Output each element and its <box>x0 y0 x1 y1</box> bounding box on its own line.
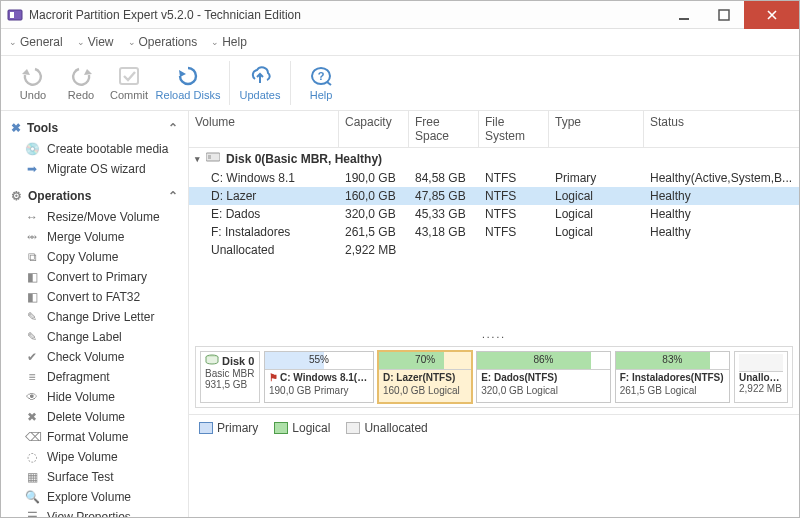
sidebar-item-label: Convert to FAT32 <box>47 290 140 304</box>
title-bar: Macrorit Partition Expert v5.2.0 - Techn… <box>1 1 799 29</box>
sidebar-op-item[interactable]: ✖Delete Volume <box>7 407 182 427</box>
sidebar-op-item[interactable]: ◌Wipe Volume <box>7 447 182 467</box>
cell-status: Healthy <box>644 205 799 223</box>
sidebar-op-item[interactable]: ↔Resize/Move Volume <box>7 207 182 227</box>
sidebar-op-item[interactable]: ⧉Copy Volume <box>7 247 182 267</box>
cell-capacity: 320,0 GB <box>339 205 409 223</box>
op-icon: ✎ <box>25 310 39 324</box>
disk-row[interactable]: ▾ Disk 0(Basic MBR, Healthy) <box>189 148 799 169</box>
diskmap-unallocated[interactable]: Unalloca... 2,922 MB <box>734 351 788 403</box>
sidebar-op-item[interactable]: 👁Hide Volume <box>7 387 182 407</box>
chevron-down-icon: ⌄ <box>128 37 136 47</box>
volume-row[interactable]: C: Windows 8.1190,0 GB84,58 GBNTFSPrimar… <box>189 169 799 187</box>
sidebar-op-item[interactable]: ≡Defragment <box>7 367 182 387</box>
menu-operations[interactable]: ⌄Operations <box>128 35 198 49</box>
partition-sub: 261,5 GB Logical <box>620 385 725 398</box>
cell-status: Healthy <box>644 187 799 205</box>
redo-button[interactable]: Redo <box>57 65 105 101</box>
col-capacity[interactable]: Capacity <box>339 111 409 147</box>
menu-help[interactable]: ⌄Help <box>211 35 247 49</box>
chevron-up-icon: ⌃ <box>168 189 178 203</box>
partition-name: ⚑C: Windows 8.1(N... <box>269 372 369 385</box>
volume-row[interactable]: E: Dados320,0 GB45,33 GBNTFSLogicalHealt… <box>189 205 799 223</box>
svg-rect-8 <box>208 155 211 159</box>
flag-icon: ⚑ <box>269 372 278 383</box>
cell-type: Logical <box>549 205 644 223</box>
sidebar-op-item[interactable]: ⌫Format Volume <box>7 427 182 447</box>
op-icon: ✎ <box>25 330 39 344</box>
sidebar-item-label: Explore Volume <box>47 490 131 504</box>
close-button[interactable] <box>744 1 799 29</box>
sidebar-op-item[interactable]: ◧Convert to Primary <box>7 267 182 287</box>
app-window: Macrorit Partition Expert v5.2.0 - Techn… <box>0 0 800 518</box>
reload-icon <box>176 65 200 87</box>
sidebar-op-item[interactable]: 🔍Explore Volume <box>7 487 182 507</box>
volume-row[interactable]: D: Lazer160,0 GB47,85 GBNTFSLogicalHealt… <box>189 187 799 205</box>
sidebar-item-label: Hide Volume <box>47 390 115 404</box>
sidebar-tool-item[interactable]: ➡Migrate OS wizard <box>7 159 182 179</box>
sidebar-op-item[interactable]: ☰View Properties <box>7 507 182 517</box>
sidebar-op-item[interactable]: ✎Change Label <box>7 327 182 347</box>
svg-rect-3 <box>719 10 729 20</box>
sidebar-op-item[interactable]: ✎Change Drive Letter <box>7 307 182 327</box>
col-freespace[interactable]: Free Space <box>409 111 479 147</box>
sidebar-item-label: Defragment <box>47 370 110 384</box>
op-icon: ⧉ <box>25 250 39 264</box>
diskmap-partition[interactable]: 55%⚑C: Windows 8.1(N...190,0 GB Primary <box>264 351 374 403</box>
menu-general[interactable]: ⌄General <box>9 35 63 49</box>
sidebar-op-item[interactable]: ◧Convert to FAT32 <box>7 287 182 307</box>
volume-row[interactable]: F: Instaladores261,5 GB43,18 GBNTFSLogic… <box>189 223 799 241</box>
partition-name: D: Lazer(NTFS) <box>383 372 467 385</box>
sidebar-item-label: Change Drive Letter <box>47 310 154 324</box>
op-icon: ✖ <box>25 410 39 424</box>
svg-rect-2 <box>679 18 689 20</box>
sidebar-tool-item[interactable]: 💿Create bootable media <box>7 139 182 159</box>
operations-section[interactable]: ⚙ Operations ⌃ <box>7 185 182 207</box>
sidebar-op-item[interactable]: ▦Surface Test <box>7 467 182 487</box>
cell-status: Healthy <box>644 223 799 241</box>
col-status[interactable]: Status <box>644 111 799 147</box>
col-volume[interactable]: Volume <box>189 111 339 147</box>
sidebar-item-label: Delete Volume <box>47 410 125 424</box>
sidebar-op-item[interactable]: ⥈Merge Volume <box>7 227 182 247</box>
reload-disks-button[interactable]: Reload Disks <box>153 65 223 101</box>
cell-free: 45,33 GB <box>409 205 479 223</box>
maximize-button[interactable] <box>704 1 744 29</box>
op-icon: 🔍 <box>25 490 39 504</box>
help-button[interactable]: ? Help <box>297 65 345 101</box>
cell-fs <box>479 241 549 259</box>
op-icon: ⌫ <box>25 430 39 444</box>
disk-icon <box>205 354 219 368</box>
diskmap-partition[interactable]: 86%E: Dados(NTFS)320,0 GB Logical <box>476 351 611 403</box>
diskmap-disk[interactable]: Disk 0 Basic MBR 931,5 GB <box>200 351 260 403</box>
col-type[interactable]: Type <box>549 111 644 147</box>
minimize-button[interactable] <box>664 1 704 29</box>
legend-primary: Primary <box>199 421 258 435</box>
updates-button[interactable]: Updates <box>236 65 284 101</box>
col-filesystem[interactable]: File System <box>479 111 549 147</box>
undo-icon <box>21 65 45 87</box>
svg-rect-4 <box>120 68 138 84</box>
diskmap-partition[interactable]: 83%F: Instaladores(NTFS)261,5 GB Logical <box>615 351 730 403</box>
cell-free: 47,85 GB <box>409 187 479 205</box>
diskmap-partition[interactable]: 70%D: Lazer(NTFS)160,0 GB Logical <box>378 351 472 403</box>
cloud-upload-icon <box>248 65 272 87</box>
undo-button[interactable]: Undo <box>9 65 57 101</box>
content: Volume Capacity Free Space File System T… <box>189 111 799 517</box>
sidebar-op-item[interactable]: ✔Check Volume <box>7 347 182 367</box>
menu-view[interactable]: ⌄View <box>77 35 114 49</box>
sidebar[interactable]: ✖ Tools ⌃ 💿Create bootable media➡Migrate… <box>1 111 189 517</box>
svg-text:?: ? <box>318 70 325 82</box>
chevron-down-icon: ⌄ <box>211 37 219 47</box>
partition-name: F: Instaladores(NTFS) <box>620 372 725 385</box>
window-controls <box>664 1 799 29</box>
volume-grid: ▾ Disk 0(Basic MBR, Healthy) C: Windows … <box>189 148 799 259</box>
sidebar-item-label: Check Volume <box>47 350 124 364</box>
op-icon: ◌ <box>25 450 39 464</box>
tools-section[interactable]: ✖ Tools ⌃ <box>7 117 182 139</box>
chevron-down-icon: ⌄ <box>9 37 17 47</box>
commit-button[interactable]: Commit <box>105 65 153 101</box>
cell-status: Healthy(Active,System,B... <box>644 169 799 187</box>
commit-icon <box>117 65 141 87</box>
volume-row[interactable]: Unallocated2,922 MB <box>189 241 799 259</box>
